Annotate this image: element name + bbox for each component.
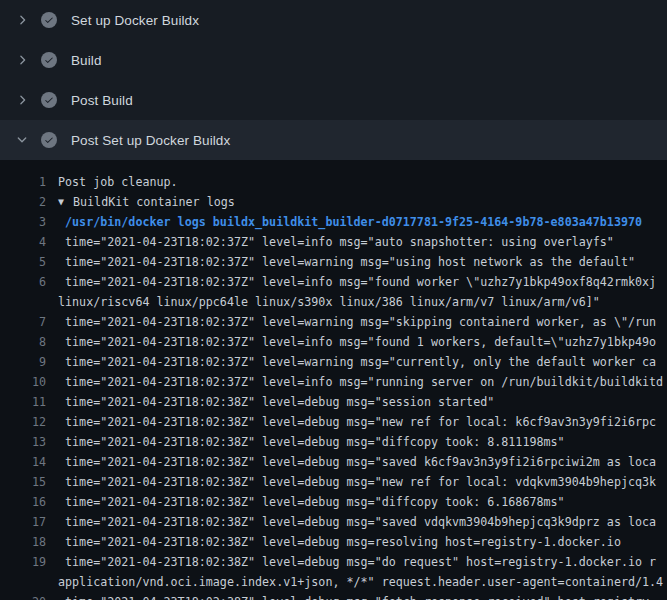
step-title: Post Set up Docker Buildx <box>71 133 230 148</box>
step-status-success-icon <box>41 132 57 148</box>
log-line-number[interactable]: 13 <box>0 432 46 452</box>
log-line-number[interactable]: 17 <box>0 512 46 532</box>
log-line: 5 time="2021-04-23T18:02:37Z" level=warn… <box>0 252 667 272</box>
step-title: Post Build <box>71 93 133 108</box>
log-line: 10 time="2021-04-23T18:02:37Z" level=inf… <box>0 372 667 392</box>
log-line: 12 time="2021-04-23T18:02:38Z" level=deb… <box>0 412 667 432</box>
log-line-number[interactable]: 8 <box>0 332 46 352</box>
step-header-set-up-docker-buildx[interactable]: Set up Docker Buildx <box>0 0 667 40</box>
log-line-text: application/vnd.oci.image.index.v1+json,… <box>58 572 663 592</box>
step-header-build[interactable]: Build <box>0 40 667 80</box>
log-line: 2 ▼ BuildKit container logs <box>0 192 667 212</box>
log-line-number[interactable]: 16 <box>0 492 46 512</box>
log-line-text: time="2021-04-23T18:02:38Z" level=debug … <box>58 512 656 532</box>
log-line-text: time="2021-04-23T18:02:38Z" level=debug … <box>58 452 656 472</box>
log-line-number[interactable]: 15 <box>0 472 46 492</box>
log-line-number[interactable]: 7 <box>0 312 46 332</box>
step-title: Set up Docker Buildx <box>71 13 199 28</box>
log-line: 6 time="2021-04-23T18:02:37Z" level=info… <box>0 272 667 292</box>
log-line: 7 time="2021-04-23T18:02:37Z" level=warn… <box>0 312 667 332</box>
log-line-number[interactable]: 18 <box>0 532 46 552</box>
log-line-number[interactable] <box>0 572 46 592</box>
step-header-post-build[interactable]: Post Build <box>0 80 667 120</box>
log-line-text: time="2021-04-23T18:02:38Z" level=debug … <box>58 472 656 492</box>
chevron-right-icon <box>14 12 30 28</box>
log-line-text: time="2021-04-23T18:02:38Z" level=debug … <box>58 592 656 600</box>
log-viewer: 1 Post job cleanup. 2 ▼ BuildKit contain… <box>0 160 667 600</box>
log-line: 4 time="2021-04-23T18:02:37Z" level=info… <box>0 232 667 252</box>
log-line-number[interactable]: 3 <box>0 212 46 232</box>
log-line-number[interactable]: 9 <box>0 352 46 372</box>
log-line-text: time="2021-04-23T18:02:38Z" level=debug … <box>58 392 494 412</box>
log-line-number[interactable]: 14 <box>0 452 46 472</box>
chevron-down-icon <box>14 132 30 148</box>
log-line: 8 time="2021-04-23T18:02:37Z" level=info… <box>0 332 667 352</box>
chevron-right-icon <box>14 92 30 108</box>
log-line: 17 time="2021-04-23T18:02:38Z" level=deb… <box>0 512 667 532</box>
log-line: linux/riscv64 linux/ppc64le linux/s390x … <box>0 292 667 312</box>
log-line-text: time="2021-04-23T18:02:38Z" level=debug … <box>58 412 656 432</box>
log-line-text: time="2021-04-23T18:02:37Z" level=info m… <box>58 272 656 292</box>
steps-list: Set up Docker Buildx Build Post Build <box>0 0 667 160</box>
log-line: 18 time="2021-04-23T18:02:38Z" level=deb… <box>0 532 667 552</box>
log-line: 11 time="2021-04-23T18:02:38Z" level=deb… <box>0 392 667 412</box>
step-status-success-icon <box>41 52 57 68</box>
log-line-number[interactable] <box>0 292 46 312</box>
log-line-text: Post job cleanup. <box>58 172 178 192</box>
step-title: Build <box>71 53 102 68</box>
log-line-text: time="2021-04-23T18:02:37Z" level=info m… <box>58 332 656 352</box>
log-line: 1 Post job cleanup. <box>0 172 667 192</box>
log-line-number[interactable]: 11 <box>0 392 46 412</box>
chevron-right-icon <box>14 52 30 68</box>
log-line-text: time="2021-04-23T18:02:38Z" level=debug … <box>58 432 565 452</box>
log-line-number[interactable]: 5 <box>0 252 46 272</box>
log-line-number[interactable]: 19 <box>0 552 46 572</box>
log-line-number[interactable]: 1 <box>0 172 46 192</box>
log-line-number[interactable]: 4 <box>0 232 46 252</box>
log-line-text: BuildKit container logs <box>73 192 235 212</box>
step-header-post-set-up-docker-buildx[interactable]: Post Set up Docker Buildx <box>0 120 667 160</box>
log-line-text: linux/riscv64 linux/ppc64le linux/s390x … <box>58 292 600 312</box>
log-line-number[interactable]: 10 <box>0 372 46 392</box>
log-line: 15 time="2021-04-23T18:02:38Z" level=deb… <box>0 472 667 492</box>
log-line: 9 time="2021-04-23T18:02:37Z" level=warn… <box>0 352 667 372</box>
log-line: 19 time="2021-04-23T18:02:38Z" level=deb… <box>0 552 667 572</box>
log-line-text: time="2021-04-23T18:02:38Z" level=debug … <box>58 492 565 512</box>
log-line: 20 time="2021-04-23T18:02:38Z" level=deb… <box>0 592 667 600</box>
log-line-number[interactable]: 2 <box>0 192 46 212</box>
log-line-text: time="2021-04-23T18:02:37Z" level=warnin… <box>58 312 656 332</box>
step-status-success-icon <box>41 92 57 108</box>
log-line: 13 time="2021-04-23T18:02:38Z" level=deb… <box>0 432 667 452</box>
log-line: application/vnd.oci.image.index.v1+json,… <box>0 572 667 592</box>
log-line-text: time="2021-04-23T18:02:37Z" level=warnin… <box>58 252 635 272</box>
log-line-text: time="2021-04-23T18:02:37Z" level=info m… <box>58 232 614 252</box>
log-line: 14 time="2021-04-23T18:02:38Z" level=deb… <box>0 452 667 472</box>
log-line-text: time="2021-04-23T18:02:37Z" level=warnin… <box>58 352 656 372</box>
log-line: 16 time="2021-04-23T18:02:38Z" level=deb… <box>0 492 667 512</box>
log-line-text: time="2021-04-23T18:02:38Z" level=debug … <box>58 552 656 572</box>
step-status-success-icon <box>41 12 57 28</box>
log-group-triangle-icon[interactable]: ▼ <box>58 192 73 212</box>
log-line-number[interactable]: 20 <box>0 592 46 600</box>
log-line-text: time="2021-04-23T18:02:37Z" level=info m… <box>58 372 663 392</box>
log-line: 3 /usr/bin/docker logs buildx_buildkit_b… <box>0 212 667 232</box>
log-line-number[interactable]: 12 <box>0 412 46 432</box>
log-line-number[interactable]: 6 <box>0 272 46 292</box>
log-line-text: time="2021-04-23T18:02:38Z" level=debug … <box>58 532 621 552</box>
log-line-text: /usr/bin/docker logs buildx_buildkit_bui… <box>58 212 642 232</box>
